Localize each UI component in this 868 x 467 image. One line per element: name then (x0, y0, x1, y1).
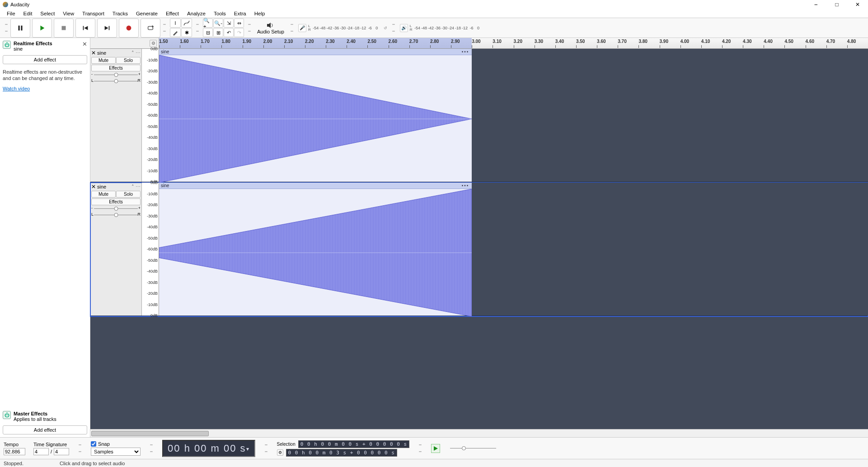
gain-slider[interactable]: -+ (91, 72, 141, 78)
stop-button[interactable] (54, 19, 74, 38)
window-title: Audacity (10, 2, 29, 7)
time-display[interactable]: 00 h 00 m 00 s▾ (162, 440, 255, 457)
track-effects-button[interactable]: Effects (91, 198, 141, 205)
status-bar: Stopped. Click and drag to select audio (0, 459, 868, 467)
maximize-button[interactable]: □ (826, 0, 847, 9)
trim-button[interactable]: ⊟ (203, 28, 213, 37)
svg-point-8 (127, 25, 131, 30)
timeline-ruler[interactable]: 1.501.601.701.801.902.002.102.202.302.40… (159, 38, 868, 48)
track-name: sine (97, 50, 106, 56)
add-effect-button[interactable]: Add effect (3, 55, 87, 64)
snap-checkbox[interactable] (91, 441, 96, 447)
toolbar-grip-icon[interactable] (265, 442, 267, 455)
silence-button[interactable]: ⊞ (213, 28, 223, 37)
track-menu-button[interactable]: ⋯ (136, 50, 141, 56)
fit-selection-button[interactable]: ⇲ (224, 19, 234, 28)
watch-video-link[interactable]: Watch video (3, 86, 87, 91)
menu-file[interactable]: File (3, 10, 19, 17)
snap-mode-select[interactable]: Samples (91, 448, 141, 456)
solo-button[interactable]: Solo (116, 57, 141, 64)
play-button[interactable] (32, 19, 52, 38)
selection-tool-button[interactable]: I (170, 19, 181, 28)
menu-extra[interactable]: Extra (230, 10, 250, 17)
svg-rect-4 (83, 26, 84, 30)
toolbar-grip-icon[interactable] (150, 442, 153, 455)
toolbar-grip-icon[interactable] (79, 442, 81, 455)
timesig-den-input[interactable] (54, 448, 69, 455)
menu-select[interactable]: Select (36, 10, 59, 17)
toolbar-grip-icon[interactable] (419, 442, 422, 455)
track-menu-button[interactable]: ⋯ (136, 184, 141, 190)
menu-transport[interactable]: Transport (78, 10, 108, 17)
waveform-view[interactable]: sine••• (159, 49, 868, 182)
realtime-effects-panel: ⏻ Realtime Effects sine ✕ Add effect Rea… (0, 38, 90, 437)
toolbar-grip-icon[interactable] (196, 21, 199, 35)
track-close-button[interactable]: ✕ (91, 50, 96, 56)
playback-meter[interactable]: 🔊 LR -54-48-42-36-30-24-18-12-60 (400, 24, 482, 32)
undo-button[interactable]: ↶ (224, 28, 234, 37)
toolbar-grip-icon[interactable] (248, 21, 251, 35)
play-at-speed-button[interactable] (431, 444, 440, 453)
gain-slider[interactable]: -+ (91, 206, 141, 212)
loop-button[interactable] (141, 19, 160, 38)
toolbar-grip-icon[interactable] (163, 21, 166, 35)
fit-project-button[interactable]: ⇔ (234, 19, 244, 28)
status-hint: Click and drag to select audio (60, 461, 125, 466)
realtime-power-button[interactable]: ⏻ (3, 41, 11, 49)
mute-button[interactable]: Mute (91, 191, 116, 198)
timesig-num-input[interactable] (33, 448, 49, 455)
svg-rect-1 (21, 25, 22, 30)
selection-settings-button[interactable]: ⚙ (277, 449, 283, 456)
pan-slider[interactable]: LR (91, 79, 141, 84)
clip-menu-button[interactable]: ••• (462, 183, 469, 188)
close-window-button[interactable]: ✕ (847, 0, 868, 9)
toolbar-grip-icon[interactable] (291, 21, 293, 35)
zoom-out-button[interactable]: 🔍- (213, 19, 223, 28)
tempo-input[interactable] (4, 448, 25, 455)
close-panel-button[interactable]: ✕ (82, 41, 87, 47)
mute-button[interactable]: Mute (91, 57, 116, 64)
pan-slider[interactable]: LR (91, 212, 141, 218)
record-button[interactable] (119, 19, 139, 38)
realtime-track-name: sine (14, 46, 52, 52)
master-add-effect-button[interactable]: Add effect (3, 425, 87, 434)
solo-button[interactable]: Solo (116, 191, 141, 198)
track-collapse-button[interactable]: ˄ (131, 50, 134, 56)
menu-help[interactable]: Help (250, 10, 269, 17)
master-power-button[interactable]: ⏻ (3, 411, 11, 419)
selection-end-display[interactable]: 0 0 h 0 0 m 0 3 s + 0 0 0 0 0 s (286, 449, 397, 457)
menu-tools[interactable]: Tools (210, 10, 230, 17)
skip-start-button[interactable] (75, 19, 95, 38)
playback-speed-slider[interactable] (448, 445, 498, 452)
track-collapse-button[interactable]: ˄ (131, 184, 134, 190)
svg-marker-5 (84, 26, 88, 30)
menu-tracks[interactable]: Tracks (108, 10, 132, 17)
menu-edit[interactable]: Edit (19, 10, 37, 17)
pause-button[interactable] (10, 19, 30, 38)
toolbar-grip-icon[interactable] (392, 21, 395, 35)
redo-button[interactable]: ↷ (234, 28, 244, 37)
recording-meter[interactable]: 🎤 LR -54-48-42-36-30-24-18-12-60 ↺ (298, 24, 387, 32)
toolbar-grip-icon[interactable] (5, 21, 8, 35)
multi-tool-button[interactable]: ✱ (181, 28, 192, 37)
menu-generate[interactable]: Generate (132, 10, 162, 17)
clip-menu-button[interactable]: ••• (462, 49, 469, 54)
timeline-settings-button[interactable]: ⚙ (150, 40, 157, 47)
selection-start-display[interactable]: 0 0 h 0 0 m 0 0 s + 0 0 0 0 0 s (298, 440, 409, 448)
draw-tool-button[interactable] (170, 28, 181, 37)
waveform-view[interactable]: sine••• (159, 183, 868, 316)
menu-view[interactable]: View (59, 10, 78, 17)
master-effects-subtitle: Applies to all tracks (14, 416, 56, 422)
microphone-icon: 🎤 (298, 24, 306, 32)
envelope-tool-button[interactable] (181, 19, 192, 28)
menu-effect[interactable]: Effect (162, 10, 183, 17)
zoom-in-button[interactable]: 🔍+ (203, 19, 213, 28)
skip-end-button[interactable] (97, 19, 117, 38)
track-close-button[interactable]: ✕ (91, 184, 96, 190)
minimize-button[interactable]: ‒ (806, 0, 826, 9)
track-effects-button[interactable]: Effects (91, 65, 141, 71)
horizontal-scrollbar[interactable] (90, 429, 868, 437)
audio-setup-button[interactable]: Audio Setup (253, 20, 288, 36)
menu-analyze[interactable]: Analyze (183, 10, 210, 17)
selection-label: Selection (277, 442, 296, 447)
